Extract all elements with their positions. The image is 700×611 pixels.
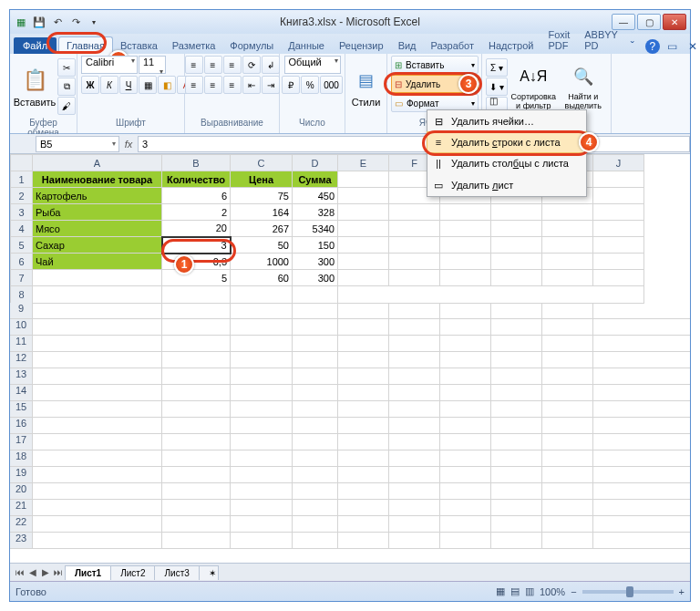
font-size-select[interactable]: 11 xyxy=(139,56,166,74)
tab-developer[interactable]: Разработ xyxy=(424,37,481,54)
col-header-C[interactable]: C xyxy=(231,155,293,171)
menu-delete-rows[interactable]: ≡ Удалить строки с листа xyxy=(427,131,587,153)
cell[interactable]: 267 xyxy=(231,221,293,237)
cell[interactable] xyxy=(389,204,440,221)
tab-abbyy[interactable]: ABBYY PD xyxy=(577,26,625,54)
row-header[interactable]: 15 xyxy=(10,401,33,417)
cell[interactable] xyxy=(440,221,491,237)
cell[interactable] xyxy=(491,221,542,237)
col-header-J[interactable]: J xyxy=(593,155,644,171)
sort-filter-button[interactable]: А↓Я Сортировка и фильтр xyxy=(510,57,557,117)
row-header[interactable]: 10 xyxy=(10,319,33,335)
zoom-in-button[interactable]: + xyxy=(679,586,685,597)
align-left-button[interactable]: ≡ xyxy=(185,76,203,94)
help-icon[interactable]: ? xyxy=(645,39,660,54)
cell[interactable]: Сумма xyxy=(293,171,338,188)
row-header[interactable]: 18 xyxy=(10,450,33,466)
tab-formulas[interactable]: Формулы xyxy=(222,37,281,54)
tab-layout[interactable]: Разметка xyxy=(165,37,223,54)
sheet-nav-next-icon[interactable]: ▶ xyxy=(39,567,52,577)
cell[interactable]: 60 xyxy=(231,270,293,286)
cell[interactable]: 164 xyxy=(231,204,293,221)
row-header[interactable]: 2 xyxy=(11,188,33,204)
row-header[interactable]: 5 xyxy=(11,237,33,254)
cell[interactable]: 20 xyxy=(162,221,231,237)
find-select-button[interactable]: 🔍 Найти и выделить xyxy=(560,57,607,117)
cell[interactable] xyxy=(491,204,542,221)
view-normal-icon[interactable]: ▦ xyxy=(496,585,505,597)
cell[interactable]: Мясо xyxy=(33,221,162,237)
tab-view[interactable]: Вид xyxy=(391,37,424,54)
cell[interactable]: 300 xyxy=(293,254,338,270)
cell[interactable]: 5 xyxy=(162,270,231,286)
cell[interactable] xyxy=(542,254,593,270)
bold-button[interactable]: Ж xyxy=(81,76,99,94)
tab-addins[interactable]: Надстрой xyxy=(481,37,540,54)
cell[interactable] xyxy=(593,171,644,188)
row-header[interactable]: 12 xyxy=(10,352,33,368)
sheet-tab-3[interactable]: Лист3 xyxy=(154,565,199,580)
minimize-ribbon-icon[interactable]: ˇ xyxy=(625,39,640,54)
cell[interactable] xyxy=(593,204,644,221)
undo-icon[interactable]: ↶ xyxy=(50,15,65,29)
row-header[interactable]: 1 xyxy=(11,171,33,188)
cell[interactable]: 75 xyxy=(231,188,293,204)
cell[interactable]: Картофель xyxy=(33,188,162,204)
cell[interactable]: 50 xyxy=(231,237,293,254)
col-header-E[interactable]: E xyxy=(338,155,389,171)
align-middle-button[interactable]: ≡ xyxy=(204,56,222,74)
cell[interactable]: Сахар xyxy=(33,237,162,254)
row-header[interactable]: 6 xyxy=(11,254,33,270)
cell[interactable]: Наименование товара xyxy=(33,171,162,188)
sheet-nav-last-icon[interactable]: ⏭ xyxy=(52,567,65,577)
cell[interactable]: 1000 xyxy=(231,254,293,270)
underline-button[interactable]: Ч xyxy=(119,76,138,94)
fx-icon[interactable]: fx xyxy=(119,139,138,150)
align-right-button[interactable]: ≡ xyxy=(223,76,242,94)
tab-home[interactable]: Главная xyxy=(58,36,113,54)
italic-button[interactable]: К xyxy=(100,76,118,94)
row-header[interactable]: 16 xyxy=(10,418,33,433)
row-header[interactable]: 13 xyxy=(10,368,33,384)
cell[interactable] xyxy=(440,204,491,221)
row-header[interactable]: 9 xyxy=(10,303,33,318)
zoom-level[interactable]: 100% xyxy=(540,586,565,597)
col-header-D[interactable]: D xyxy=(293,155,338,171)
fill-button[interactable]: ⬇ ▾ xyxy=(486,78,508,96)
number-format-select[interactable]: Общий xyxy=(284,56,341,74)
cell[interactable] xyxy=(440,237,491,254)
close-workbook-icon[interactable]: ✕ xyxy=(685,39,700,54)
cell[interactable]: 150 xyxy=(293,237,338,254)
cell[interactable] xyxy=(593,188,644,204)
sheet-nav-prev-icon[interactable]: ◀ xyxy=(26,567,39,577)
row-header[interactable]: 4 xyxy=(11,221,33,237)
cell[interactable]: 5340 xyxy=(293,221,338,237)
tab-data[interactable]: Данные xyxy=(281,37,332,54)
cell[interactable] xyxy=(593,254,644,270)
cell[interactable] xyxy=(338,188,389,204)
row-header[interactable]: 23 xyxy=(10,533,33,548)
cell[interactable] xyxy=(593,270,644,286)
new-sheet-button[interactable]: ✶ xyxy=(199,565,219,580)
format-painter-icon[interactable]: 🖌 xyxy=(57,97,76,115)
percent-button[interactable]: % xyxy=(301,76,319,94)
comma-button[interactable]: 000 xyxy=(320,76,343,94)
sheet-tab-1[interactable]: Лист1 xyxy=(65,565,111,580)
cell[interactable] xyxy=(593,237,644,254)
cell[interactable] xyxy=(338,204,389,221)
view-layout-icon[interactable]: ▤ xyxy=(510,585,520,597)
fill-color-button[interactable]: ◧ xyxy=(158,76,176,94)
row-header[interactable]: 11 xyxy=(10,336,33,351)
cell[interactable] xyxy=(389,254,440,270)
row-header[interactable]: 14 xyxy=(10,385,33,400)
select-all-corner[interactable] xyxy=(11,155,33,171)
tab-review[interactable]: Рецензир xyxy=(332,37,391,54)
formula-input[interactable]: 3 xyxy=(138,136,690,152)
align-center-button[interactable]: ≡ xyxy=(204,76,222,94)
cell[interactable] xyxy=(542,221,593,237)
cell[interactable] xyxy=(338,237,389,254)
cell[interactable] xyxy=(338,270,389,286)
close-button[interactable]: ✕ xyxy=(663,14,686,30)
restore-window-icon[interactable]: ▭ xyxy=(665,39,680,54)
sheet-nav-first-icon[interactable]: ⏮ xyxy=(14,567,26,577)
